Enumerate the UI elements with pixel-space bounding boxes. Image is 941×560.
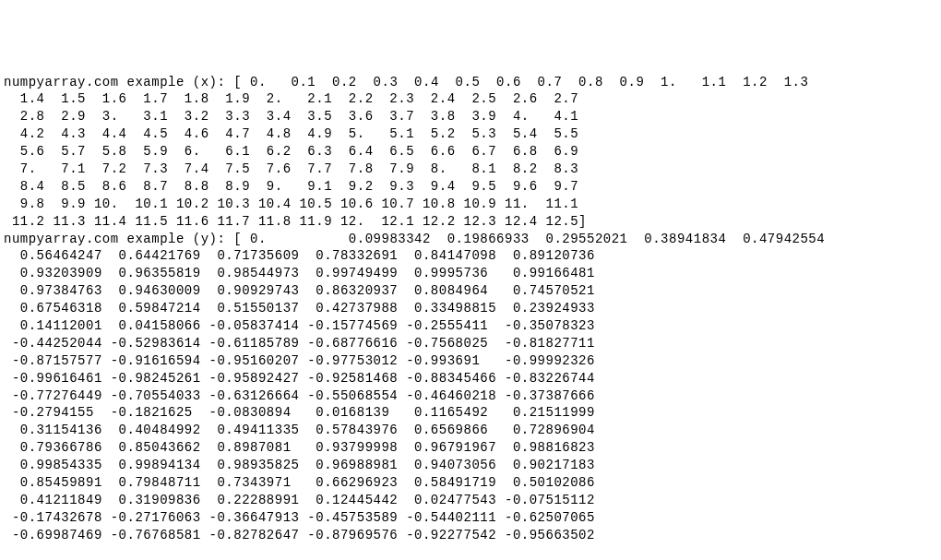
console-output: numpyarray.com example (x): [ 0. 0.1 0.2… [4, 74, 937, 544]
array-y: [ 0. 0.09983342 0.19866933 0.29552021 0.… [4, 232, 825, 542]
array-x: [ 0. 0.1 0.2 0.3 0.4 0.5 0.6 0.7 0.8 0.9… [4, 75, 808, 229]
label-y: numpyarray.com example (y): [4, 232, 233, 246]
label-x: numpyarray.com example (x): [4, 75, 233, 89]
